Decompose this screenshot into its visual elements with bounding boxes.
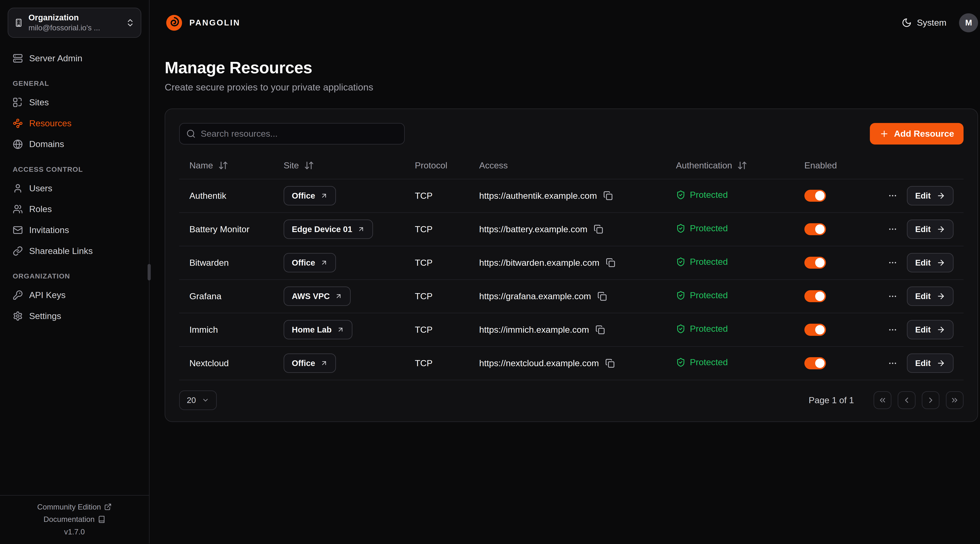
users-icon: [13, 204, 23, 214]
edit-label: Edit: [915, 325, 931, 335]
sidebar-item-sites[interactable]: Sites: [8, 92, 141, 113]
sidebar-item-invitations[interactable]: Invitations: [8, 220, 141, 241]
org-subtitle: milo@fossorial.io's ...: [29, 23, 120, 33]
key-icon: [13, 290, 23, 300]
copy-icon: [594, 224, 603, 234]
first-page-button[interactable]: [873, 391, 891, 409]
edit-button[interactable]: Edit: [907, 354, 953, 373]
arrow-up-right-icon: [320, 359, 328, 367]
ellipsis-icon: [888, 292, 897, 301]
sidebar-item-api-keys[interactable]: API Keys: [8, 285, 141, 306]
chevrons-up-down-icon: [126, 18, 135, 27]
chevron-left-icon: [902, 396, 911, 404]
add-resource-label: Add Resource: [894, 128, 954, 139]
page-size-select[interactable]: 20: [179, 390, 217, 410]
sidebar-item-label: Domains: [29, 139, 64, 149]
globe-icon: [13, 139, 23, 149]
sidebar-item-server-admin[interactable]: Server Admin: [8, 48, 141, 69]
column-header-authentication: Authentication: [676, 160, 732, 171]
page-title: Manage Resources: [165, 58, 978, 77]
sidebar-item-label: Settings: [29, 311, 61, 321]
sites-icon: [13, 97, 23, 108]
sidebar-item-settings[interactable]: Settings: [8, 306, 141, 327]
edit-button[interactable]: Edit: [907, 253, 953, 273]
access-url: https://nextcloud.example.com: [479, 358, 599, 368]
enabled-toggle[interactable]: [804, 257, 826, 269]
arrow-right-icon: [937, 359, 945, 368]
arrow-right-icon: [937, 325, 945, 334]
ellipsis-icon: [888, 358, 897, 368]
add-resource-button[interactable]: Add Resource: [870, 123, 964, 144]
pangolin-logo-icon: [165, 13, 184, 32]
search-input[interactable]: [179, 123, 405, 144]
search-icon: [186, 129, 196, 138]
access-url: https://immich.example.com: [479, 325, 589, 335]
toggle-knob: [815, 191, 824, 200]
site-link-button[interactable]: AWS VPC: [283, 287, 351, 306]
access-url: https://authentik.example.com: [479, 191, 597, 201]
auth-status: Protected: [676, 190, 728, 200]
avatar[interactable]: M: [959, 13, 978, 32]
site-link-button[interactable]: Edge Device 01: [283, 219, 373, 239]
sidebar-item-roles[interactable]: Roles: [8, 199, 141, 220]
sidebar-item-users[interactable]: Users: [8, 178, 141, 199]
sort-by-site-button[interactable]: Site: [283, 160, 314, 171]
last-page-button[interactable]: [946, 391, 964, 409]
row-menu-button[interactable]: [887, 257, 899, 269]
arrow-up-right-icon: [320, 259, 328, 266]
page-size-value: 20: [187, 396, 196, 405]
shield-check-icon: [676, 190, 686, 200]
row-menu-button[interactable]: [887, 324, 899, 336]
site-link-button[interactable]: Office: [283, 186, 336, 205]
server-icon: [13, 53, 23, 63]
sort-by-authentication-button[interactable]: Authentication: [676, 160, 747, 171]
site-name: Home Lab: [292, 325, 332, 335]
row-menu-button[interactable]: [887, 290, 899, 302]
theme-toggle-button[interactable]: System: [902, 17, 946, 28]
row-menu-button[interactable]: [887, 223, 899, 235]
copy-url-button[interactable]: [594, 224, 603, 234]
copy-url-button[interactable]: [605, 358, 615, 368]
copy-url-button[interactable]: [603, 191, 613, 200]
copy-url-button[interactable]: [597, 292, 607, 301]
toggle-knob: [815, 224, 824, 234]
site-link-button[interactable]: Office: [283, 354, 336, 373]
edit-label: Edit: [915, 191, 931, 200]
sidebar-item-shareable-links[interactable]: Shareable Links: [8, 241, 141, 262]
edit-button[interactable]: Edit: [907, 219, 953, 239]
community-edition-link[interactable]: Community Edition: [37, 503, 112, 511]
edit-button[interactable]: Edit: [907, 320, 953, 339]
enabled-toggle[interactable]: [804, 357, 826, 369]
enabled-toggle[interactable]: [804, 223, 826, 235]
previous-page-button[interactable]: [898, 391, 915, 409]
sidebar-item-resources[interactable]: Resources: [8, 113, 141, 134]
org-selector[interactable]: Organization milo@fossorial.io's ...: [8, 8, 141, 38]
protocol-value: TCP: [415, 358, 433, 368]
row-menu-button[interactable]: [887, 190, 899, 202]
site-name: AWS VPC: [292, 292, 330, 301]
copy-url-button[interactable]: [595, 325, 605, 335]
sort-by-name-button[interactable]: Name: [189, 160, 228, 171]
access-url: https://bitwarden.example.com: [479, 258, 599, 268]
edit-button[interactable]: Edit: [907, 186, 953, 205]
edit-label: Edit: [915, 258, 931, 268]
version-label: v1.7.0: [64, 528, 85, 536]
next-page-button[interactable]: [922, 391, 939, 409]
row-menu-button[interactable]: [887, 357, 899, 369]
enabled-toggle[interactable]: [804, 190, 826, 202]
user-icon: [13, 183, 23, 193]
enabled-toggle[interactable]: [804, 324, 826, 336]
site-link-button[interactable]: Office: [283, 253, 336, 273]
auth-status: Protected: [676, 357, 728, 367]
resources-icon: [13, 118, 23, 128]
sidebar-resize-handle[interactable]: [148, 264, 151, 281]
sort-icon: [737, 160, 747, 171]
sidebar-item-domains[interactable]: Domains: [8, 134, 141, 155]
documentation-link[interactable]: Documentation: [43, 515, 105, 523]
link-icon: [13, 246, 23, 256]
site-link-button[interactable]: Home Lab: [283, 320, 352, 339]
enabled-toggle[interactable]: [804, 290, 826, 302]
copy-url-button[interactable]: [606, 258, 615, 267]
shield-check-icon: [676, 358, 686, 367]
edit-button[interactable]: Edit: [907, 287, 953, 306]
